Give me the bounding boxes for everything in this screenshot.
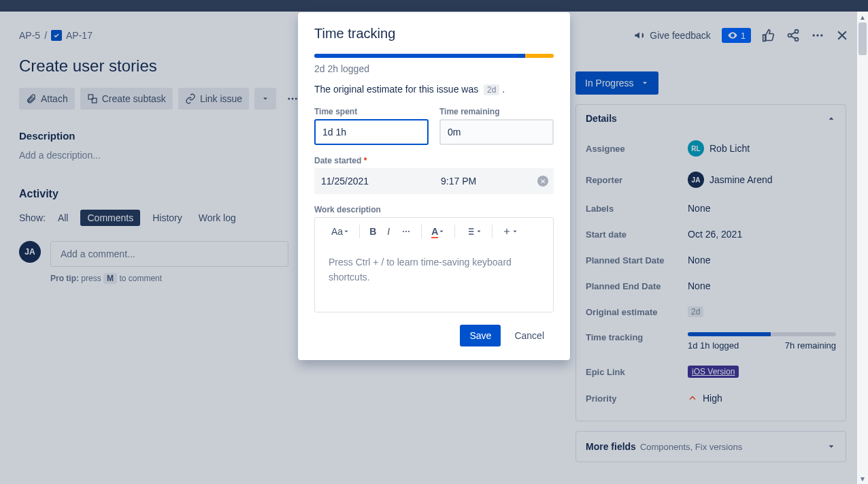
time-logged: 1d 1h logged (688, 340, 739, 351)
svg-point-1 (788, 34, 792, 37)
share-button[interactable] (786, 29, 800, 42)
epic-tag[interactable]: iOS Version (688, 366, 739, 378)
watch-count: 1 (741, 31, 746, 41)
toolbar-lists[interactable] (459, 218, 488, 245)
scroll-up-arrow[interactable]: ▲ (857, 12, 868, 22)
close-button[interactable] (835, 29, 849, 42)
toolbar-textcolor[interactable]: A (426, 218, 450, 245)
attach-button[interactable]: Attach (19, 88, 75, 110)
date-value[interactable]: 11/25/2021 (314, 168, 434, 194)
status-label: In Progress (585, 78, 634, 88)
scroll-down-arrow[interactable]: ▼ (857, 473, 868, 484)
svg-point-5 (820, 34, 822, 36)
chevron-down-icon (827, 442, 836, 451)
tab-history[interactable]: History (148, 210, 186, 226)
breadcrumb-parent[interactable]: AP-5 (19, 30, 40, 41)
breadcrumb-separator: / (44, 30, 47, 41)
give-feedback-label: Give feedback (650, 30, 711, 41)
field-startdate[interactable]: Start date Oct 26, 2021 (586, 221, 836, 247)
breadcrumb: AP-5 / AP-17 (19, 30, 93, 41)
details-sidebar: In Progress Details Assignee RL Rob Lich… (575, 71, 846, 462)
toolbar-more-format[interactable] (395, 218, 417, 245)
modal-logged-summary: 2d 2h logged (314, 63, 554, 74)
more-fields-label: More fields (586, 441, 636, 452)
field-planned-end[interactable]: Planned End Date None (586, 273, 836, 299)
svg-point-13 (408, 231, 410, 232)
chevron-down-icon (512, 228, 518, 235)
field-labels[interactable]: Labels None (586, 195, 836, 221)
status-dropdown[interactable]: In Progress (575, 71, 658, 95)
issue-type-icon (51, 30, 62, 41)
time-value[interactable]: 9:17 PM (434, 168, 554, 194)
chevron-up-icon (827, 114, 836, 123)
link-issue-label: Link issue (200, 93, 242, 104)
cancel-button[interactable]: Cancel (505, 325, 554, 346)
toolbar-italic[interactable]: I (382, 218, 395, 245)
field-epic-link[interactable]: Epic Link iOS Version (586, 358, 836, 385)
eye-icon (727, 30, 738, 41)
clear-date-button[interactable]: ✕ (537, 176, 548, 187)
tab-comments[interactable]: Comments (80, 210, 140, 226)
toolbar-bold[interactable]: B (364, 218, 382, 245)
time-spent-field: Time spent (314, 107, 429, 145)
editor-textarea[interactable]: Press Ctrl + / to learn time-saving keyb… (315, 245, 553, 312)
date-started-input[interactable]: 11/25/2021 9:17 PM ✕ (314, 168, 554, 194)
time-spent-input[interactable] (314, 119, 429, 145)
time-remaining-field: Time remaining (439, 107, 554, 145)
comment-input[interactable]: Add a comment... (50, 241, 288, 267)
like-button[interactable] (762, 29, 775, 42)
svg-point-11 (403, 231, 404, 232)
modal-progress-bar (314, 54, 554, 58)
details-panel-header[interactable]: Details (576, 105, 846, 133)
chevron-down-icon (475, 228, 482, 235)
watch-button[interactable]: 1 (722, 28, 751, 43)
editor-toolbar: Aa B I A (315, 218, 553, 245)
more-fields-panel[interactable]: More fields Components, Fix versions (575, 431, 846, 462)
field-time-tracking[interactable]: Time tracking 1d 1h logged 7h remaining (586, 325, 836, 358)
breadcrumb-current[interactable]: AP-17 (66, 30, 93, 41)
more-fields-sub: Components, Fix versions (640, 442, 742, 452)
work-description-label: Work description (314, 205, 554, 214)
give-feedback-button[interactable]: Give feedback (633, 29, 711, 42)
assignee-name: Rob Licht (710, 143, 750, 154)
thumbs-up-icon (762, 29, 775, 42)
chevron-down-icon (641, 79, 649, 87)
modal-title: Time tracking (314, 26, 554, 42)
more-horizontal-icon (401, 226, 412, 237)
field-assignee[interactable]: Assignee RL Rob Licht (586, 133, 836, 164)
share-icon (786, 29, 800, 42)
time-tracking-bar (688, 332, 836, 336)
time-tracking-modal: Time tracking 2d 2h logged The original … (298, 12, 570, 360)
svg-point-8 (288, 98, 290, 100)
time-remaining-input[interactable] (439, 119, 554, 145)
svg-point-12 (405, 231, 407, 232)
details-panel: Details Assignee RL Rob Licht Reporter J… (575, 104, 846, 421)
attach-label: Attach (41, 93, 68, 104)
scroll-thumb[interactable] (858, 22, 867, 55)
assignee-avatar: RL (688, 140, 704, 157)
svg-point-4 (816, 34, 818, 36)
svg-point-0 (795, 30, 799, 33)
work-description-editor: Aa B I A (314, 217, 554, 312)
time-spent-label: Time spent (314, 107, 429, 116)
show-label: Show: (19, 212, 46, 223)
svg-point-3 (813, 34, 815, 36)
toolbar-textstyle[interactable]: Aa (326, 218, 355, 245)
field-reporter[interactable]: Reporter JA Jasmine Arend (586, 164, 836, 195)
field-planned-start[interactable]: Planned Start Date None (586, 247, 836, 273)
link-issue-button[interactable]: Link issue (178, 88, 249, 110)
toolbar-insert[interactable] (497, 218, 524, 245)
more-actions-button[interactable] (811, 29, 824, 42)
vertical-scrollbar[interactable]: ▲ ▼ (857, 12, 868, 484)
create-subtask-button[interactable]: Create subtask (80, 88, 173, 110)
tab-worklog[interactable]: Work log (195, 210, 240, 226)
save-button[interactable]: Save (460, 325, 501, 346)
close-icon (835, 29, 849, 42)
link-icon (185, 93, 196, 104)
field-priority[interactable]: Priority High (586, 385, 836, 411)
field-original-estimate[interactable]: Original estimate 2d (586, 299, 836, 325)
svg-point-2 (795, 37, 799, 41)
tab-all[interactable]: All (54, 210, 73, 226)
link-issue-dropdown[interactable] (254, 88, 276, 110)
time-remaining: 7h remaining (785, 340, 836, 351)
